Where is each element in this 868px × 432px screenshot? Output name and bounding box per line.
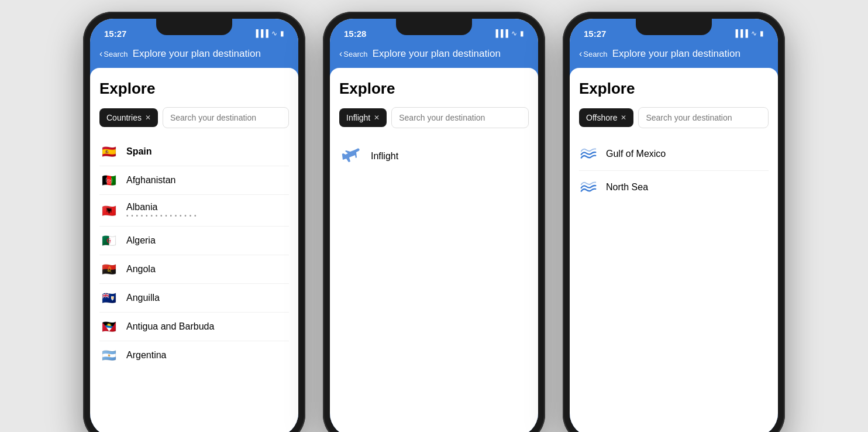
list-item-angola[interactable]: 🇦🇴 Angola [99,255,289,284]
explore-title-1: Explore [99,80,289,98]
country-label-angola: Angola [126,264,156,275]
flag-afghanistan: 🇦🇫 [99,173,118,187]
filter-row-1: Countries ✕ [99,107,289,128]
list-item-gulf-mexico[interactable]: Gulf of Mexico [579,138,769,171]
phone-offshore: 15:27 ▐▐▐ ∿ ▮ ‹ Search Explore your plan… [563,12,785,432]
filter-chip-offshore[interactable]: Offshore ✕ [579,108,633,127]
status-icons-1: ▐▐▐ ∿ ▮ [253,29,284,37]
flag-antigua: 🇦🇬 [99,320,118,334]
filter-chip-close-2[interactable]: ✕ [374,114,380,122]
north-sea-label: North Sea [606,182,648,193]
country-label-albania: Albania [126,202,157,212]
gulf-mexico-label: Gulf of Mexico [606,149,666,159]
flag-angola: 🇦🇴 [99,262,118,276]
card-1: Explore Countries ✕ 🇪🇸 Spain 🇦🇫 Afghanis… [90,68,298,432]
back-arrow-2: ‹ [339,49,342,59]
page-title-1: Explore your plan destination [105,48,289,60]
country-label-afghanistan: Afghanistan [126,175,176,186]
notch-3 [636,19,712,35]
filter-chip-close-3[interactable]: ✕ [621,114,626,122]
status-icons-3: ▐▐▐ ∿ ▮ [733,29,764,37]
explore-title-3: Explore [579,80,769,98]
inflight-label: Inflight [371,151,398,162]
back-arrow-1: ‹ [99,49,102,59]
content-3: Explore Offshore ✕ [570,68,778,432]
flag-albania: 🇦🇱 [99,204,118,218]
battery-icon-2: ▮ [520,29,524,37]
content-1: Explore Countries ✕ 🇪🇸 Spain 🇦🇫 Afghanis… [90,68,298,432]
wave-icon-north-sea [579,178,598,197]
nav-bar-3: ‹ Search Explore your plan destination [570,44,778,68]
list-item-antigua[interactable]: 🇦🇬 Antigua and Barbuda [99,313,289,341]
filter-chip-label-2: Inflight [346,113,370,122]
list-item-algeria[interactable]: 🇩🇿 Algeria [99,227,289,255]
card-3: Explore Offshore ✕ [570,68,778,432]
flag-anguilla: 🇦🇮 [99,291,118,305]
search-input-3[interactable] [638,107,769,128]
nav-bar-1: ‹ Search Explore your plan destination [90,44,298,68]
search-input-1[interactable] [163,107,289,128]
page-title-3: Explore your plan destination [584,48,769,60]
status-icons-2: ▐▐▐ ∿ ▮ [493,29,524,37]
filter-chip-label-3: Offshore [586,113,617,122]
phone-inflight: 15:28 ▐▐▐ ∿ ▮ ‹ Search Explore your plan… [323,12,545,432]
list-item-argentina[interactable]: 🇦🇷 Argentina [99,341,289,369]
notch [156,19,232,35]
country-label-argentina: Argentina [126,350,167,361]
list-item-spain[interactable]: 🇪🇸 Spain [99,138,289,166]
filter-chip-countries[interactable]: Countries ✕ [99,108,158,127]
country-label-spain: Spain [126,146,152,157]
filter-chip-close-1[interactable]: ✕ [145,114,151,122]
flag-algeria: 🇩🇿 [99,234,118,248]
wifi-icon-3: ∿ [751,29,757,37]
flag-spain: 🇪🇸 [99,145,118,159]
list-item-inflight[interactable]: Inflight [339,138,529,175]
list-item-albania[interactable]: 🇦🇱 Albania • • • • • • • • • • • • • • • [99,195,289,227]
filter-row-3: Offshore ✕ [579,107,769,128]
nav-bar-2: ‹ Search Explore your plan destination [330,44,538,68]
list-item-north-sea[interactable]: North Sea [579,171,769,204]
wifi-icon-1: ∿ [271,29,277,37]
signal-icon-1: ▐▐▐ [253,29,268,37]
list-item-afghanistan[interactable]: 🇦🇫 Afghanistan [99,166,289,195]
battery-icon-3: ▮ [760,29,764,37]
status-time-3: 15:27 [584,29,606,39]
wifi-icon-2: ∿ [511,29,517,37]
filter-chip-inflight[interactable]: Inflight ✕ [339,108,387,127]
content-2: Explore Inflight ✕ Inflight [330,68,538,432]
battery-icon-1: ▮ [280,29,284,37]
country-label-algeria: Algeria [126,235,156,246]
search-input-2[interactable] [391,107,529,128]
country-label-antigua: Antigua and Barbuda [126,321,214,332]
back-arrow-3: ‹ [579,49,582,59]
flag-argentina: 🇦🇷 [99,348,118,362]
status-time-2: 15:28 [344,29,366,39]
phone-countries: 15:27 ▐▐▐ ∿ ▮ ‹ Search Explore your plan… [83,12,305,432]
country-label-anguilla: Anguilla [126,293,160,303]
signal-icon-2: ▐▐▐ [493,29,508,37]
notch-2 [396,19,472,35]
status-time-1: 15:27 [104,29,126,39]
albania-dots: • • • • • • • • • • • • • • • [126,212,197,219]
list-item-anguilla[interactable]: 🇦🇮 Anguilla [99,284,289,313]
explore-title-2: Explore [339,80,529,98]
filter-row-2: Inflight ✕ [339,107,529,128]
plane-icon [339,145,363,168]
filter-chip-label-1: Countries [106,113,142,122]
wave-icon-gulf [579,145,598,163]
card-2: Explore Inflight ✕ Inflight [330,68,538,432]
signal-icon-3: ▐▐▐ [733,29,748,37]
page-title-2: Explore your plan destination [345,48,529,60]
